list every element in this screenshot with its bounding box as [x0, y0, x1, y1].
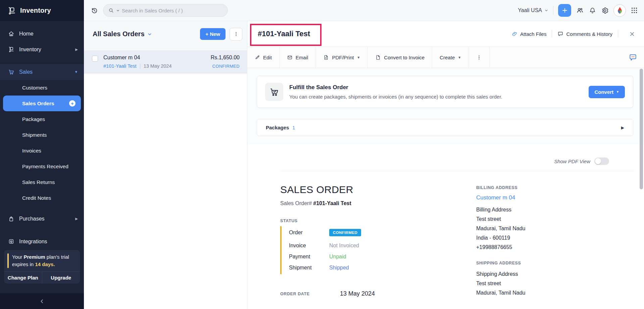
customer-name: Customer m 04: [103, 55, 205, 61]
billing-customer-link[interactable]: Customer m 04: [476, 194, 634, 201]
sidebar-item-invoices[interactable]: Invoices: [0, 143, 84, 159]
sidebar-item-home[interactable]: Home: [0, 26, 84, 42]
order-status: CONFIRMED: [211, 64, 240, 69]
trial-yellow-rail: [7, 253, 9, 268]
convert-button[interactable]: Convert ▼: [589, 86, 625, 98]
packages-count-badge: 1: [292, 125, 295, 130]
org-switcher[interactable]: Yaali USA: [518, 7, 548, 13]
shipping-address-lines: Shipping Address Test street Madurai, Ta…: [476, 269, 634, 298]
divider: [553, 6, 553, 15]
apps-grid-button[interactable]: [631, 7, 638, 14]
sidebar-item-inventory[interactable]: Inventory ▶: [0, 42, 84, 57]
bag-icon: [8, 215, 14, 222]
app-logo[interactable]: Inventory: [0, 0, 84, 21]
chevron-down-icon: ▼: [357, 56, 360, 59]
show-pdf-toggle[interactable]: [594, 158, 609, 165]
global-search[interactable]: [103, 4, 228, 17]
sidebar: Inventory Home Inventory ▶ Sales ▼ Custo…: [0, 0, 84, 309]
status-block: Order CONFIRMED Invoice Not Invoiced Pay…: [280, 226, 476, 274]
pdf-print-button[interactable]: PDF/Print ▼: [316, 47, 368, 68]
packages-accordion[interactable]: Packages 1 ▶: [257, 119, 633, 136]
comments-history-button[interactable]: Comments & History: [557, 31, 612, 37]
comment-bubble-icon: [557, 31, 563, 37]
sidebar-item-customers[interactable]: Customers: [0, 80, 84, 96]
billing-address-lines: Billing Address Test street Madurai, Tam…: [476, 205, 634, 252]
fulfill-description: You can create packages, shipments or in…: [289, 94, 583, 100]
chevron-down-icon: [544, 8, 548, 12]
convert-to-invoice-button[interactable]: Convert to Invoice: [368, 47, 432, 68]
sidebar-item-payments-received[interactable]: Payments Received: [0, 159, 84, 174]
avatar[interactable]: [613, 4, 626, 17]
email-button[interactable]: Email: [280, 47, 316, 68]
confirmed-badge: CONFIRMED: [329, 229, 361, 236]
document-order-number: Sales Order##101-Yaali Test: [280, 200, 476, 206]
sidebar-item-sales-returns[interactable]: Sales Returns: [0, 174, 84, 190]
divider: [618, 30, 618, 38]
refresh-clock-icon: [91, 7, 98, 14]
search-scope-caret-icon[interactable]: [116, 9, 120, 12]
order-date-row: ORDER DATE 13 May 2024: [280, 290, 476, 297]
handtruck-icon: [8, 46, 14, 53]
list-filter-dropdown[interactable]: All Sales Orders: [93, 30, 152, 38]
vertical-scrollbar[interactable]: [640, 69, 643, 189]
search-icon: [108, 7, 114, 13]
sidebar-item-packages[interactable]: Packages: [0, 111, 84, 127]
trial-text: Your Premium plan's trial expires in 14 …: [12, 253, 76, 268]
change-plan-button[interactable]: Change Plan: [4, 272, 42, 284]
envelope-icon: [287, 55, 293, 60]
trial-notice-card: Your Premium plan's trial expires in 14 …: [4, 250, 80, 284]
shipped-link[interactable]: Shipped: [329, 265, 349, 271]
plus-icon: [561, 7, 568, 14]
quick-add-sales-order-icon[interactable]: +: [69, 100, 76, 107]
cart-check-icon: [265, 83, 283, 101]
create-dropdown-button[interactable]: Create ▼: [432, 47, 469, 68]
file-icon: [375, 55, 381, 60]
topbar: Yaali USA: [84, 0, 644, 21]
order-number-link[interactable]: #101-Yaali Test: [103, 63, 137, 69]
sidebar-item-credit-notes[interactable]: Credit Notes: [0, 190, 84, 206]
feedback-button[interactable]: [622, 47, 644, 68]
chevron-down-icon: [147, 32, 152, 37]
sidebar-collapse-button[interactable]: [0, 293, 84, 309]
sidebar-item-purchases[interactable]: Purchases ▶: [0, 211, 84, 227]
feedback-chat-icon: [629, 53, 637, 62]
paperclip-icon: [512, 31, 517, 37]
sidebar-item-shipments[interactable]: Shipments: [0, 127, 84, 143]
users-button[interactable]: [576, 6, 584, 14]
status-row-order: Order CONFIRMED: [289, 229, 476, 236]
attach-files-button[interactable]: Attach Files: [512, 31, 546, 37]
detail-title: #101-Yaali Test: [258, 29, 310, 38]
notifications-button[interactable]: [589, 7, 596, 14]
fulfill-card: Fulfill the Sales Order You can create p…: [257, 76, 633, 108]
gear-icon: [601, 7, 609, 14]
divider: [280, 171, 634, 171]
detail-toolbar: Edit Email PDF/Print ▼ Convert to Invoic…: [247, 47, 644, 68]
chevron-left-icon: [39, 298, 45, 304]
sidebar-item-integrations[interactable]: Integrations: [0, 234, 84, 249]
list-more-button[interactable]: [230, 28, 242, 41]
new-sales-order-button[interactable]: + New: [200, 28, 226, 40]
row-checkbox[interactable]: [92, 56, 98, 62]
quick-create-button[interactable]: [558, 4, 571, 17]
recent-activity-button[interactable]: [91, 7, 98, 14]
order-amount: Rs.1,650.00: [211, 55, 240, 61]
bell-icon: [589, 7, 596, 14]
handtruck-logo-icon: [7, 6, 16, 15]
sales-orders-list-panel: All Sales Orders + New Customer m 04 #10…: [84, 21, 247, 309]
search-input[interactable]: [122, 8, 223, 13]
close-detail-button[interactable]: [629, 31, 635, 37]
sidebar-item-sales[interactable]: Sales ▼: [0, 64, 84, 80]
detail-content: Fulfill the Sales Order You can create p…: [247, 68, 644, 309]
detail-more-button[interactable]: [469, 47, 490, 68]
chevron-right-icon: ▶: [75, 217, 78, 221]
edit-button[interactable]: Edit: [247, 47, 280, 68]
settings-button[interactable]: [601, 7, 609, 14]
sales-order-document: Show PDF View SALES ORDER Sales Order##1…: [247, 144, 644, 309]
apps-grid-icon: [631, 7, 638, 14]
upgrade-button[interactable]: Upgrade: [42, 272, 80, 284]
close-icon: [629, 31, 635, 37]
sidebar-item-sales-orders[interactable]: Sales Orders +: [3, 96, 81, 111]
sales-order-list-item[interactable]: Customer m 04 #101-Yaali Test 13 May 202…: [84, 50, 247, 73]
sidebar-nav: Home Inventory ▶ Sales ▼ Customers Sales…: [0, 21, 84, 293]
pencil-icon: [255, 55, 260, 60]
